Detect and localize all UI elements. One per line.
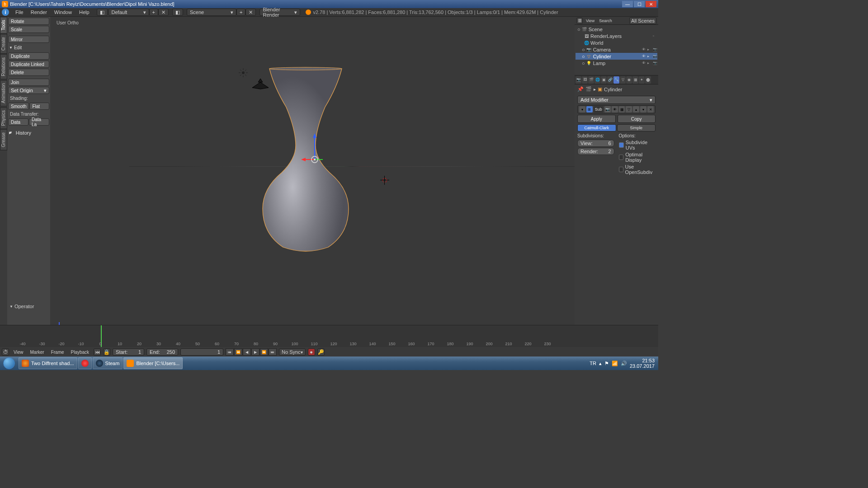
tab-object-icon[interactable]: ▣ [601,76,607,84]
tree-scene[interactable]: ○🎬Scene [576,26,657,33]
modifier-expand-icon[interactable]: ▾ [579,106,585,113]
action-center-icon[interactable]: ⚑ [604,361,609,366]
modifier-name-field[interactable]: Sub [594,106,604,113]
outliner-view-menu[interactable]: View [585,17,596,24]
delete-scene-button[interactable]: ✕ [245,9,256,16]
apply-button[interactable]: Apply [577,115,616,123]
history-section-header[interactable]: ▸ History [8,128,49,137]
tray-expand-icon[interactable]: ▴ [599,361,602,366]
render-engine-select[interactable]: Blender Render▾ [259,9,300,16]
task-blender[interactable]: Blender [C:\Users... [123,357,183,369]
opensubdiv-checkbox[interactable]: Use OpenSubdiv [619,164,656,175]
copy-modifier-button[interactable]: Copy [618,115,656,123]
jump-start-button[interactable]: ⏮ [226,348,234,356]
clock[interactable]: 21:5323.07.2017 [630,358,655,369]
tab-physics[interactable]: Physics [0,107,7,129]
close-button[interactable]: ✕ [646,1,656,7]
join-button[interactable]: Join [8,79,49,86]
screen-layout-select[interactable]: Default▾ [108,9,149,16]
task-opera[interactable] [78,357,92,369]
delete-button[interactable]: Delete [8,69,49,76]
tab-material-icon[interactable]: ◉ [626,76,632,84]
tree-lamp[interactable]: ○💡Lamp👁▸📷 [576,60,657,66]
shade-smooth-button[interactable]: Smooth [8,103,29,110]
menu-window[interactable]: Window [51,9,75,15]
maximize-button[interactable]: ☐ [634,1,645,7]
mod-render-toggle[interactable]: 📷 [604,106,611,113]
task-firefox[interactable]: Two Diffrent shad... [19,357,77,369]
start-frame-field[interactable]: Start:1 [113,348,144,356]
tab-grease-pencil[interactable]: Grease [0,129,7,150]
menu-render[interactable]: Render [27,9,51,15]
mod-move-up[interactable]: ▴ [633,106,639,113]
data-layout-button[interactable]: Data La [29,118,49,126]
start-button[interactable] [0,357,18,370]
catmull-clark-button[interactable]: Catmull-Clark [577,124,616,131]
next-keyframe-button[interactable]: ⏩ [260,348,268,356]
timeline-track[interactable]: -40-30-20-100102030405060708090100110120… [0,325,658,347]
tl-playback-menu[interactable]: Playback [69,348,92,356]
tl-frame-menu[interactable]: Frame [49,348,66,356]
menu-file[interactable]: File [12,9,27,15]
menu-help[interactable]: Help [75,9,93,15]
keying-set-button[interactable]: 🔑 [317,348,325,356]
view-subdivisions-field[interactable]: View:6 [577,140,614,147]
transform-manipulator[interactable] [301,132,328,164]
volume-icon[interactable]: 🔊 [621,361,627,366]
optimal-display-checkbox[interactable]: Optimal Display [619,152,656,163]
prev-keyframe-button[interactable]: ⏪ [234,348,242,356]
tab-relations[interactable]: Relations [0,54,7,80]
mod-editmode-toggle[interactable]: ▦ [619,106,625,113]
tree-camera[interactable]: ○📷Camera👁▸📷 [576,46,657,53]
sync-mode-select[interactable]: No Sync ▾ [279,348,306,356]
mirror-button[interactable]: Mirror [8,36,49,43]
tree-renderlayers[interactable]: 🖼RenderLayers▫ [576,33,657,39]
delete-layout-button[interactable]: ✕ [158,9,169,16]
simple-button[interactable]: Simple [617,124,656,131]
lamp-object[interactable] [238,67,249,78]
task-steam[interactable]: Steam [93,357,123,369]
tree-world[interactable]: 🌐World [576,39,657,46]
info-icon[interactable]: i [2,9,9,16]
mod-display-toggle[interactable]: 👁 [612,106,618,113]
play-reverse-button[interactable]: ◀ [243,348,251,356]
tl-view-menu[interactable]: View [11,348,26,356]
auto-keyframe-toggle[interactable]: ● [308,348,315,356]
tab-world-icon[interactable]: 🌐 [594,76,600,84]
language-indicator[interactable]: TR [590,361,596,366]
mod-delete[interactable]: ✕ [647,106,654,113]
tl-marker-menu[interactable]: Marker [28,348,47,356]
timeline-editor-icon[interactable]: ⏱ [2,348,9,356]
shade-flat-button[interactable]: Flat [29,103,49,110]
edit-section-header[interactable]: Edit [8,44,49,52]
duplicate-button[interactable]: Duplicate [8,52,49,60]
operator-panel-header[interactable]: Operator [8,302,49,310]
tab-particles-icon[interactable]: ✦ [639,76,645,84]
end-frame-field[interactable]: End:250 [146,348,178,356]
mod-move-down[interactable]: ▾ [640,106,646,113]
tl-follow-toggle[interactable]: 🔒 [103,348,110,356]
play-button[interactable]: ▶ [251,348,259,356]
pin-icon[interactable]: 📌 [577,86,584,92]
mod-cage-toggle[interactable]: ▽ [626,106,632,113]
3d-cursor[interactable] [380,176,389,185]
add-layout-button[interactable]: + [149,9,158,16]
outliner-editor-icon[interactable]: ≣ [576,18,583,24]
tab-render-icon[interactable]: 📷 [576,76,581,84]
minimize-button[interactable]: — [622,1,633,7]
tab-texture-icon[interactable]: ▦ [632,76,638,84]
network-icon[interactable]: 📶 [612,361,618,366]
rotate-button[interactable]: Rotate [8,18,49,25]
3d-viewport[interactable]: User Ortho [50,17,575,357]
jump-end-button[interactable]: ⏭ [269,348,277,356]
tab-renderlayers-icon[interactable]: 🖼 [582,76,588,84]
tab-modifiers-icon[interactable]: 🔧 [613,76,619,84]
tab-create[interactable]: Create [0,34,7,54]
scene-select[interactable]: Scene▾ [187,9,236,16]
tab-scene-icon[interactable]: 🎬 [588,76,594,84]
back-to-previous-button[interactable]: ◧ [97,9,108,16]
tab-physics-icon[interactable]: ⬤ [645,76,651,84]
set-origin-button[interactable]: Set Origin▾ [8,87,49,94]
add-scene-button[interactable]: + [236,9,245,16]
current-frame-field[interactable]: 1 [180,348,223,356]
